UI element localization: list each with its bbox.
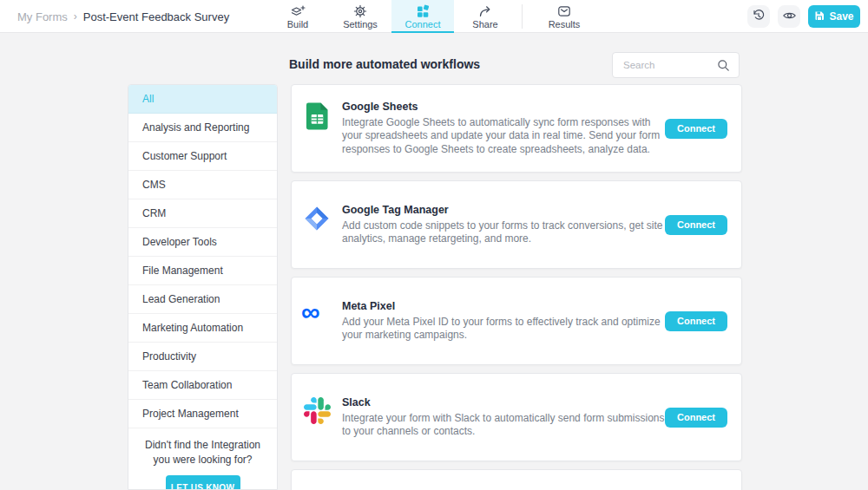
- slack-icon: [301, 397, 332, 424]
- category-sidebar: All Analysis and Reporting Customer Supp…: [128, 84, 278, 490]
- sidebar-item-project-management[interactable]: Project Management: [128, 400, 277, 428]
- tab-results-label: Results: [549, 19, 581, 29]
- sidebar-item-productivity[interactable]: Productivity: [128, 343, 277, 371]
- sidebar-item-analysis-and-reporting[interactable]: Analysis and Reporting: [128, 114, 277, 142]
- integration-card-slack: Slack Integrate your form with Slack to …: [291, 373, 742, 461]
- integration-card-meta-pixel: ∞ Meta Pixel Add your Meta Pixel ID to y…: [291, 277, 742, 365]
- let-us-know-button[interactable]: LET US KNOW: [166, 475, 240, 490]
- save-button[interactable]: Save: [808, 5, 860, 28]
- preview-eye-icon: [782, 9, 797, 25]
- connect-button-google-tag-manager[interactable]: Connect: [665, 215, 727, 235]
- sidebar-footer: Didn't find the Integration you were loo…: [128, 428, 277, 490]
- integration-title: Google Sheets: [342, 101, 665, 113]
- tab-connect-label: Connect: [405, 19, 441, 29]
- revision-history-icon: [752, 9, 766, 25]
- top-bar: My Forms › Post-Event Feedback Survey Bu…: [0, 0, 868, 33]
- svg-text:∞: ∞: [301, 301, 320, 325]
- sidebar-item-customer-support[interactable]: Customer Support: [128, 142, 277, 171]
- integration-title: Meta Pixel: [342, 300, 665, 312]
- share-arrow-icon: [478, 4, 492, 18]
- tab-divider: [522, 4, 523, 29]
- build-layers-icon: [290, 4, 306, 18]
- breadcrumb-separator: ›: [74, 10, 77, 23]
- integration-card-partial: [291, 469, 742, 490]
- meta-pixel-icon: ∞: [301, 301, 332, 325]
- revision-history-button[interactable]: [747, 5, 770, 28]
- sidebar-item-cms[interactable]: CMS: [128, 171, 277, 199]
- integration-card-google-sheets: Google Sheets Integrate Google Sheets to…: [291, 84, 742, 173]
- google-tag-manager-icon: [301, 205, 332, 232]
- page-title: Build more automated workflows: [289, 57, 480, 71]
- connect-blocks-icon: [416, 4, 430, 18]
- sidebar-item-lead-generation[interactable]: Lead Generation: [128, 285, 277, 314]
- tab-settings-label: Settings: [343, 19, 378, 29]
- preview-button[interactable]: [778, 5, 800, 28]
- gear-icon: [353, 4, 367, 18]
- integration-search: [612, 52, 740, 78]
- integration-description: Integrate Google Sheets to automatically…: [342, 116, 665, 157]
- tab-build-label: Build: [287, 19, 308, 29]
- sidebar-footer-hint: Didn't find the Integration you were loo…: [141, 438, 265, 467]
- tab-share[interactable]: Share: [454, 0, 516, 33]
- breadcrumb-my-forms[interactable]: My Forms: [17, 10, 68, 23]
- tab-build[interactable]: Build: [266, 0, 329, 33]
- breadcrumb-form-title: Post-Event Feedback Survey: [83, 10, 229, 23]
- save-button-label: Save: [829, 10, 853, 23]
- integration-description: Add custom code snippets to your forms t…: [342, 219, 665, 246]
- save-floppy-icon: [814, 10, 825, 23]
- sidebar-item-file-management[interactable]: File Management: [128, 257, 277, 285]
- builder-tabs: Build Settings Connect: [266, 0, 601, 33]
- integration-list: Google Sheets Integrate Google Sheets to…: [291, 84, 742, 490]
- sidebar-item-marketing-automation[interactable]: Marketing Automation: [128, 314, 277, 343]
- integration-card-google-tag-manager: Google Tag Manager Add custom code snipp…: [291, 180, 742, 269]
- sidebar-item-team-collaboration[interactable]: Team Collaboration: [128, 371, 277, 400]
- sidebar-item-developer-tools[interactable]: Developer Tools: [128, 228, 277, 257]
- connect-button-google-sheets[interactable]: Connect: [665, 119, 727, 139]
- search-input[interactable]: [613, 60, 717, 70]
- header-actions: Save: [747, 5, 860, 28]
- google-sheets-icon: [301, 101, 332, 131]
- integration-description: Integrate your form with Slack to automa…: [342, 412, 665, 439]
- search-icon: [717, 59, 730, 72]
- tab-connect[interactable]: Connect: [391, 0, 454, 33]
- tab-settings[interactable]: Settings: [329, 0, 391, 33]
- integration-description: Add your Meta Pixel ID to your forms to …: [342, 316, 665, 343]
- sidebar-item-all[interactable]: All: [128, 85, 277, 114]
- breadcrumb: My Forms › Post-Event Feedback Survey: [17, 0, 229, 33]
- inbox-envelope-icon: [557, 4, 571, 18]
- connect-button-slack[interactable]: Connect: [665, 408, 727, 428]
- integration-title: Slack: [342, 396, 665, 408]
- tab-results[interactable]: Results: [528, 0, 601, 33]
- connect-button-meta-pixel[interactable]: Connect: [665, 311, 727, 331]
- integration-title: Google Tag Manager: [342, 204, 665, 216]
- tab-share-label: Share: [472, 19, 497, 29]
- sidebar-item-crm[interactable]: CRM: [128, 199, 277, 228]
